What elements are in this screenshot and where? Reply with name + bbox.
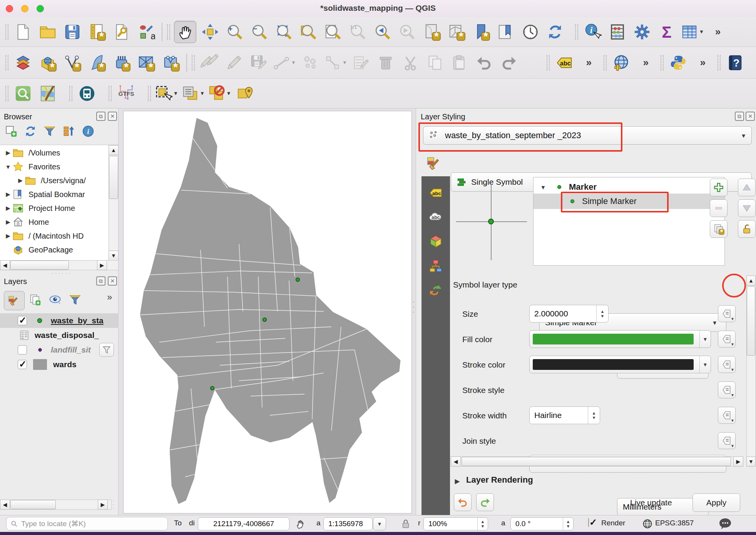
show-layout-manager[interactable]	[111, 21, 132, 43]
layers-open-styling-button[interactable]	[4, 291, 25, 310]
show-spatial-bookmarks[interactable]	[495, 21, 517, 43]
fill-override-button[interactable]: ▼	[718, 331, 736, 348]
styling-vscroll-thumb[interactable]	[747, 286, 755, 356]
save-project[interactable]	[62, 21, 83, 43]
open-project[interactable]	[37, 21, 59, 43]
styling-layer-selector[interactable]: waste_by_station_september _2023 ▼	[423, 126, 752, 145]
undo[interactable]	[473, 52, 495, 74]
browser-close-button[interactable]: ✕	[108, 112, 117, 121]
browser-float-button[interactable]: ⧉	[96, 112, 105, 121]
expander-icon[interactable]: ▶	[4, 149, 12, 156]
magnifier-input[interactable]: 100% ▲▼	[423, 517, 488, 530]
open-attribute-table[interactable]: ▼	[681, 21, 704, 43]
select-features[interactable]: ▼	[155, 83, 178, 104]
toolbar-drag-handle[interactable]	[167, 24, 170, 40]
duplicate-symbol-layer-button[interactable]	[710, 220, 728, 238]
labeling-options[interactable]	[554, 52, 575, 74]
browser-filter-button[interactable]	[43, 125, 56, 138]
new-map-view[interactable]	[421, 21, 443, 43]
lock-colors-button[interactable]	[738, 220, 756, 238]
select-features-by-value-dropdown[interactable]: ▼	[200, 90, 205, 96]
open-attribute-table-dropdown[interactable]: ▼	[699, 29, 704, 35]
layer-row-landfill-sites[interactable]: landfill_sit	[0, 343, 119, 357]
fill-color-button[interactable]: ▼	[529, 330, 711, 348]
web-toolbar-overflow[interactable]: »	[635, 52, 657, 74]
new-mesh-layer[interactable]	[160, 52, 182, 74]
pan-map[interactable]	[174, 21, 196, 43]
expander-icon[interactable]: ▶	[16, 177, 25, 184]
browser-collapse-all-button[interactable]	[62, 125, 75, 138]
expander-icon[interactable]: ▼	[4, 164, 12, 170]
symbol-tree-marker-row[interactable]: ▼ Marker	[534, 181, 724, 194]
layer-checkbox[interactable]	[18, 316, 27, 325]
browser-item-project-home[interactable]: ▶Project Home	[0, 201, 119, 215]
browser-item-favorites[interactable]: ▼Favorites	[0, 160, 119, 174]
gtfs-plugin[interactable]	[115, 83, 137, 104]
remove-symbol-layer-button[interactable]	[710, 199, 728, 217]
symbol-tree-simple-marker-row[interactable]: Simple Marker	[534, 194, 724, 209]
stroke-width-spinner[interactable]: ▲▼	[588, 407, 600, 424]
toolbar-drag-handle[interactable]	[575, 24, 578, 40]
digitize-with-segment[interactable]: ▼	[273, 52, 296, 74]
refresh-map[interactable]	[544, 21, 566, 43]
layer-row-wards[interactable]: wards	[0, 357, 119, 372]
new-spatial-bookmark[interactable]	[470, 21, 492, 43]
toolbar-drag-handle[interactable]	[5, 86, 8, 101]
browser-scroll-down-button[interactable]: ▼	[109, 251, 119, 261]
modify-attributes[interactable]	[350, 52, 372, 74]
render-checkbox[interactable]	[588, 518, 589, 527]
scale-dropdown-button[interactable]: ▼	[373, 517, 386, 530]
size-override-button[interactable]: ▼	[718, 305, 736, 322]
station-marker-1[interactable]	[263, 318, 267, 322]
quickmapservices[interactable]	[610, 52, 632, 74]
osm-place-search[interactable]	[12, 83, 34, 104]
move-down-button[interactable]	[738, 199, 756, 217]
layers-scroll-right-button[interactable]: ▶	[98, 500, 108, 510]
vertex-tool-dropdown[interactable]: ▼	[342, 60, 347, 65]
toolbar-drag-handle[interactable]	[661, 55, 664, 70]
statistical-summary[interactable]	[607, 21, 628, 43]
save-layer-edits[interactable]	[248, 52, 269, 74]
browser-scroll-thumb[interactable]	[109, 156, 118, 199]
styling-scroll-down-button[interactable]: ▼	[746, 456, 756, 466]
transit-plugin[interactable]	[76, 83, 98, 104]
browser-scroll-left-button[interactable]: ◀	[0, 260, 10, 270]
stroke-color-dropdown[interactable]: ▼	[699, 356, 711, 373]
styling-scroll-up-button[interactable]: ▲	[746, 276, 756, 286]
rotation-spinner[interactable]: ▲▼	[563, 518, 573, 530]
new-geopackage-layer[interactable]	[37, 52, 59, 74]
crs-globe-icon[interactable]	[642, 518, 653, 529]
locate-search-input[interactable]: Type to locate (⌘K)	[6, 517, 168, 530]
toolbar-drag-handle[interactable]	[604, 55, 607, 70]
expander-icon[interactable]: ▶	[4, 232, 12, 239]
styling-close-button[interactable]: ✕	[746, 112, 755, 121]
tab-3d-view-icon[interactable]	[428, 234, 443, 249]
delete-selected[interactable]	[375, 52, 396, 74]
processing-toolbox[interactable]	[631, 21, 653, 43]
toolbar-drag-handle[interactable]	[69, 86, 72, 101]
expander-icon[interactable]: ▶	[4, 191, 12, 198]
toolbar-drag-handle[interactable]	[192, 55, 195, 70]
browser-item-macintosh-hd[interactable]: ▶/ (Macintosh HD	[0, 229, 119, 243]
select-by-location[interactable]	[234, 83, 256, 104]
vertex-tool[interactable]: ▼	[324, 52, 347, 74]
zoom-full[interactable]	[273, 21, 295, 43]
rotation-input[interactable]: 0.0 ° ▲▼	[510, 517, 574, 530]
map-canvas[interactable]	[123, 111, 412, 513]
layer-checkbox[interactable]	[18, 345, 27, 354]
stroke-width-override-button[interactable]: ▼	[718, 407, 736, 424]
osm-style-tool[interactable]	[37, 83, 59, 104]
browser-hscroll-thumb[interactable]	[10, 261, 69, 270]
identify-features[interactable]	[582, 21, 604, 43]
browser-properties-button[interactable]	[82, 125, 95, 138]
new-shapefile-layer[interactable]	[62, 52, 83, 74]
styling-scroll-left-button[interactable]: ◀	[451, 456, 461, 466]
tab-history-icon[interactable]	[428, 283, 443, 298]
stroke-style-override-button[interactable]: ▼	[718, 381, 736, 398]
styling-splitter-handle[interactable]: ···	[412, 299, 415, 314]
layer-checkbox[interactable]	[18, 360, 27, 369]
styling-redo-button[interactable]	[476, 493, 494, 511]
plugins-toolbar-overflow[interactable]: »	[692, 52, 714, 74]
toolbar-drag-handle[interactable]	[718, 55, 721, 70]
styling-undo-button[interactable]	[454, 493, 472, 511]
